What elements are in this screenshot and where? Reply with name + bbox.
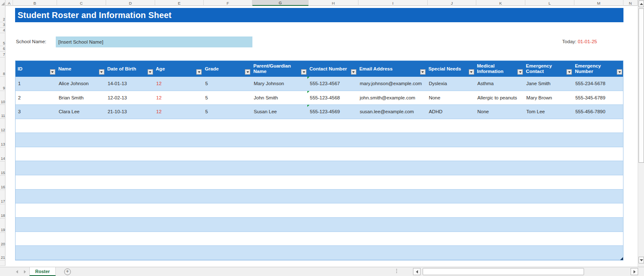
cell-special-needs[interactable]: ADHD — [426, 105, 475, 119]
empty-table-row[interactable] — [16, 119, 623, 133]
row-header-16[interactable]: 16 — [0, 176, 5, 190]
column-emergency-contact-header[interactable]: Emergency Contact — [524, 61, 573, 77]
cell-name[interactable]: Brian Smith — [56, 91, 105, 105]
scroll-left-button[interactable] — [413, 268, 421, 275]
column-date-of-birth-header[interactable]: Date of Birth — [105, 61, 154, 77]
column-name-header[interactable]: Name — [56, 61, 105, 77]
next-sheet-icon[interactable] — [24, 270, 26, 273]
cell-grade[interactable]: 5 — [203, 105, 251, 119]
empty-table-row[interactable] — [16, 161, 623, 175]
empty-table-row[interactable] — [16, 203, 623, 218]
column-id-header[interactable]: ID — [16, 61, 56, 77]
row-header-15[interactable]: 15 — [0, 161, 5, 176]
row-header-12[interactable]: 12 — [0, 119, 5, 133]
cell-date-of-birth[interactable]: 14-01-13 — [105, 77, 154, 91]
vertical-scrollbar-thumb[interactable] — [639, 8, 644, 163]
scroll-up-button[interactable] — [639, 0, 644, 7]
row-header-partial[interactable] — [0, 260, 5, 266]
cell-medical-information[interactable]: Asthma — [475, 77, 524, 91]
cell-id[interactable]: 3 — [16, 105, 56, 119]
school-name-input[interactable]: [Insert School Name] — [56, 36, 252, 47]
column-header-J[interactable]: J — [428, 0, 476, 6]
row-header-20[interactable]: 20 — [0, 233, 5, 247]
cell-medical-information[interactable]: None — [475, 105, 524, 119]
cell-emergency-number[interactable]: 555-456-7890 — [573, 105, 623, 119]
filter-button-emergency-contact[interactable] — [566, 69, 572, 75]
column-age-header[interactable]: Age — [154, 61, 203, 77]
cell-id[interactable]: 2 — [16, 91, 56, 105]
filter-button-date-of-birth[interactable] — [148, 69, 153, 75]
previous-sheet-icon[interactable] — [16, 270, 18, 273]
cell-medical-information[interactable]: Allergic to peanuts — [475, 91, 524, 105]
cell-contact-number[interactable]: 555-123-4567 — [307, 77, 357, 91]
sheet-tab-roster[interactable]: Roster — [29, 267, 56, 276]
empty-table-row[interactable] — [16, 147, 623, 161]
cell-age[interactable]: 12 — [154, 91, 203, 105]
column-header-G[interactable]: G — [252, 0, 309, 6]
filter-button-contact-number[interactable] — [351, 69, 356, 75]
row-header-5[interactable]: 5 — [0, 33, 5, 46]
row-header-14[interactable]: 14 — [0, 147, 5, 161]
row-header-4[interactable]: 4 — [0, 28, 5, 33]
cell-special-needs[interactable]: None — [426, 91, 475, 105]
filter-button-parent-guardian-name[interactable] — [301, 69, 306, 75]
cell-contact-number[interactable]: 555-123-4569 — [307, 105, 357, 119]
horizontal-scrollbar-thumb[interactable] — [423, 268, 584, 275]
filter-button-emergency-number[interactable] — [617, 69, 622, 75]
filter-button-medical-information[interactable] — [517, 69, 523, 75]
row-header-21[interactable]: 21 — [0, 247, 5, 260]
cell-email-address[interactable]: john.smith@example.com — [357, 91, 426, 105]
row-header-6[interactable]: 6 — [0, 46, 5, 52]
cell-special-needs[interactable]: Dyslexia — [426, 77, 475, 91]
filter-button-id[interactable] — [50, 69, 55, 75]
column-medical-information-header[interactable]: Medical Information — [475, 61, 524, 77]
row-header-7[interactable]: 7 — [0, 52, 5, 57]
column-email-address-header[interactable]: Email Address — [357, 61, 426, 77]
cell-contact-number[interactable]: 555-123-4568 — [307, 91, 357, 105]
column-parent-guardian-name-header[interactable]: Parent/Guardian Name — [251, 61, 307, 77]
cell-name[interactable]: Clara Lee — [56, 105, 105, 119]
tab-splitter-handle[interactable] — [396, 269, 397, 273]
cell-email-address[interactable]: susan.lee@example.com — [357, 105, 426, 119]
new-sheet-button[interactable]: + — [64, 268, 71, 275]
empty-table-row[interactable] — [16, 246, 623, 260]
filter-button-email-address[interactable] — [420, 69, 426, 75]
cell-name[interactable]: Alice Johnson — [56, 77, 105, 91]
cell-email-address[interactable]: mary.johnson@example.com — [357, 77, 426, 91]
cell-parent-guardian-name[interactable]: John Smith — [251, 91, 307, 105]
filter-button-grade[interactable] — [245, 69, 250, 75]
cell-emergency-contact[interactable]: Mary Brown — [524, 91, 573, 105]
table-resize-handle-icon[interactable] — [620, 257, 623, 260]
column-header-H[interactable]: H — [309, 0, 358, 6]
cell-parent-guardian-name[interactable]: Mary Johnson — [251, 77, 307, 91]
column-header-K[interactable]: K — [476, 0, 525, 6]
empty-table-row[interactable] — [16, 175, 623, 190]
row-header-17[interactable]: 17 — [0, 190, 5, 204]
cell-grade[interactable]: 5 — [203, 77, 251, 91]
column-header-L[interactable]: L — [525, 0, 574, 6]
column-header-C[interactable]: C — [57, 0, 106, 6]
column-header-F[interactable]: F — [204, 0, 252, 6]
scroll-right-button[interactable] — [631, 268, 638, 275]
column-header-D[interactable]: D — [106, 0, 155, 6]
column-header-M[interactable]: M — [574, 0, 623, 6]
empty-table-row[interactable] — [16, 232, 623, 246]
row-header-10[interactable]: 10 — [0, 91, 5, 105]
row-header-9[interactable]: 9 — [0, 77, 5, 91]
empty-table-row[interactable] — [16, 190, 623, 204]
cell-grade[interactable]: 5 — [203, 91, 251, 105]
row-header-3[interactable]: 3 — [0, 22, 5, 28]
empty-table-row[interactable] — [16, 218, 623, 232]
row-header-19[interactable]: 19 — [0, 219, 5, 233]
cell-date-of-birth[interactable]: 21-10-13 — [105, 105, 154, 119]
vertical-scrollbar[interactable] — [638, 0, 644, 267]
row-header-2[interactable]: 2 — [0, 6, 5, 22]
column-contact-number-header[interactable]: Contact Number — [307, 61, 357, 77]
row-header-8[interactable]: 8 — [0, 57, 5, 77]
cell-date-of-birth[interactable]: 12-02-13 — [105, 91, 154, 105]
row-header-11[interactable]: 11 — [0, 105, 5, 119]
empty-table-row[interactable] — [16, 133, 623, 147]
column-header-I[interactable]: I — [358, 0, 428, 6]
row-header-18[interactable]: 18 — [0, 204, 5, 219]
select-all-corner[interactable] — [0, 0, 5, 6]
